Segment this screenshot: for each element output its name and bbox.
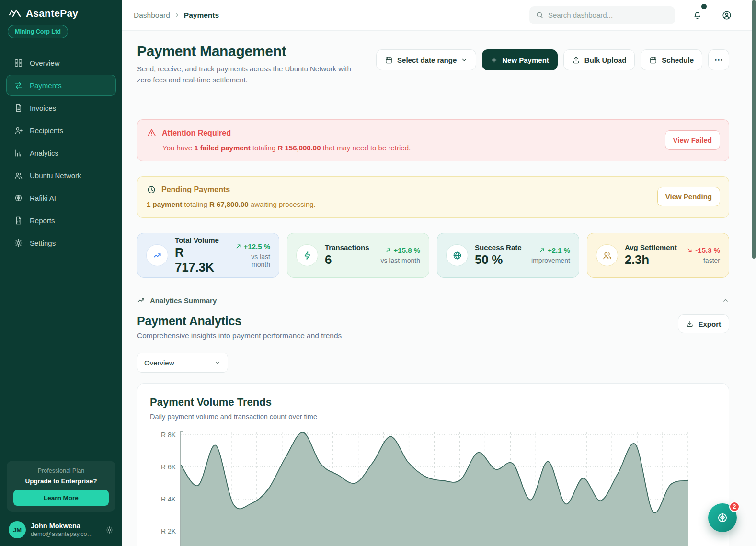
failed-alert-message: You have 1 failed payment totaling R 156… [162, 144, 665, 152]
user-email: demo@asantepay.co… [31, 530, 93, 538]
user-row[interactable]: JM John Mokwena demo@asantepay.co… [7, 521, 115, 538]
users-icon [596, 244, 618, 266]
avatar: JM [9, 521, 26, 538]
warning-triangle-icon [147, 128, 157, 138]
volume-area-chart: R 8KR 6KR 4KR 2K [150, 428, 715, 546]
analytics-view-select[interactable]: Overview [137, 353, 228, 373]
user-name: John Mokwena [31, 522, 93, 530]
search-box[interactable] [529, 6, 675, 24]
schedule-button[interactable]: Schedule [641, 49, 702, 70]
stat-value: R 717.3K [175, 245, 225, 275]
stat-card-success-rate: Success Rate 50 % +2.1 % improvement [437, 233, 579, 278]
trend-up-icon [137, 296, 146, 305]
bulk-upload-button[interactable]: Bulk Upload [563, 49, 635, 70]
bulk-upload-label: Bulk Upload [584, 56, 627, 64]
delta-down-icon [687, 247, 693, 253]
analytics-summary-row: Analytics Summary [137, 296, 729, 305]
view-select-value: Overview [144, 359, 174, 367]
calendar-icon [649, 56, 657, 64]
file-icon [13, 103, 23, 113]
sidebar-nav: Overview Payments Invoices Recipients An… [0, 52, 122, 255]
user-settings-gear-icon[interactable] [105, 526, 114, 534]
sidebar-item-label: Payments [30, 81, 62, 90]
stat-delta: +12.5 % [244, 242, 270, 250]
breadcrumb-payments: Payments [184, 11, 219, 20]
new-payment-button[interactable]: New Payment [482, 49, 558, 70]
svg-text:R 6K: R 6K [161, 463, 176, 471]
sidebar-item-label: Overview [30, 59, 60, 67]
stats-row: Total Volume R 717.3K +12.5 % vs last mo… [137, 233, 729, 278]
zap-icon [296, 244, 318, 266]
sidebar-item-label: Reports [30, 216, 55, 225]
gear-icon [13, 238, 23, 248]
stat-label: Avg Settlement [625, 243, 677, 251]
date-range-button[interactable]: Select date range [376, 49, 476, 70]
analytics-summary-label: Analytics Summary [150, 296, 217, 305]
stat-sub: faster [687, 257, 720, 264]
view-pending-button[interactable]: View Pending [657, 187, 720, 206]
page-title: Payment Management [137, 43, 367, 59]
sidebar-item-overview[interactable]: Overview [6, 52, 116, 73]
content: Payment Management Send, receive, and tr… [122, 31, 756, 546]
upload-icon [572, 56, 580, 64]
sidebar-footer: Professional Plan Upgrade to Enterprise?… [0, 461, 122, 546]
sidebar: AsantePay Mining Corp Ltd Overview Payme… [0, 0, 122, 546]
delta-up-icon [385, 247, 391, 253]
payment-volume-trends-card: Payment Volume Trends Daily payment volu… [137, 383, 729, 546]
stat-value: 50 % [475, 252, 522, 267]
topbar: Dashboard Payments [122, 0, 756, 31]
date-range-label: Select date range [397, 56, 457, 64]
svg-text:R 8K: R 8K [161, 431, 176, 439]
sidebar-item-recipients[interactable]: Recipients [6, 120, 116, 141]
brand-name: AsantePay [26, 8, 78, 19]
pending-alert-title: Pending Payments [161, 185, 230, 194]
users-icon [13, 171, 23, 180]
sidebar-item-settings[interactable]: Settings [6, 232, 116, 253]
stat-value: 6 [325, 252, 369, 267]
sidebar-item-reports[interactable]: Reports [6, 210, 116, 231]
sidebar-item-label: Settings [30, 239, 56, 247]
sidebar-item-rafiki-ai[interactable]: Rafiki AI [6, 187, 116, 208]
collapse-chevron-up-icon[interactable] [722, 297, 729, 304]
stat-card-avg-settlement: Avg Settlement 2.3h -15.3 % faster [587, 233, 729, 278]
view-failed-button[interactable]: View Failed [665, 130, 720, 150]
analytics-header: Payment Analytics Comprehensive insights… [137, 314, 729, 340]
globe-icon [446, 244, 468, 266]
stat-delta: +15.8 % [394, 246, 420, 254]
sidebar-item-analytics[interactable]: Analytics [6, 142, 116, 163]
learn-more-button[interactable]: Learn More [13, 490, 109, 506]
export-label: Export [698, 320, 721, 328]
notifications-bell-icon[interactable] [692, 10, 702, 20]
stat-card-transactions: Transactions 6 +15.8 % vs last month [287, 233, 429, 278]
sidebar-item-label: Ubuntu Network [30, 171, 81, 180]
more-actions-button[interactable]: ⋯ [708, 49, 729, 70]
calendar-icon [385, 56, 393, 64]
plus-icon [491, 57, 498, 64]
org-badge[interactable]: Mining Corp Ltd [8, 25, 68, 38]
export-button[interactable]: Export [678, 314, 729, 333]
sidebar-item-payments[interactable]: Payments [6, 75, 116, 96]
chevron-down-icon [214, 359, 221, 366]
user-plus-icon [13, 125, 23, 135]
download-icon [686, 320, 694, 328]
search-input[interactable] [548, 11, 669, 19]
failed-payments-alert: Attention Required You have 1 failed pay… [137, 119, 729, 161]
main-area: Dashboard Payments Payment Management Se… [122, 0, 756, 546]
rafiki-ai-fab[interactable]: 2 [708, 503, 737, 532]
breadcrumb-dashboard[interactable]: Dashboard [134, 11, 170, 20]
sidebar-item-invoices[interactable]: Invoices [6, 97, 116, 118]
failed-alert-title: Attention Required [162, 129, 231, 137]
sidebar-item-label: Rafiki AI [30, 194, 56, 202]
chart-subtitle: Daily payment volume and transaction cou… [150, 413, 716, 421]
sidebar-item-ubuntu-network[interactable]: Ubuntu Network [6, 165, 116, 186]
plan-tier: Professional Plan [13, 467, 109, 474]
scrollbar[interactable] [752, 0, 756, 259]
brand-logo: AsantePay [0, 0, 122, 24]
new-payment-label: New Payment [502, 56, 549, 64]
stat-sub: improvement [531, 257, 570, 264]
page-subtitle: Send, receive, and track payments across… [137, 64, 367, 85]
schedule-label: Schedule [662, 56, 694, 64]
profile-icon[interactable] [722, 10, 732, 21]
analytics-subtitle: Comprehensive insights into payment perf… [137, 331, 342, 340]
report-icon [13, 216, 23, 225]
